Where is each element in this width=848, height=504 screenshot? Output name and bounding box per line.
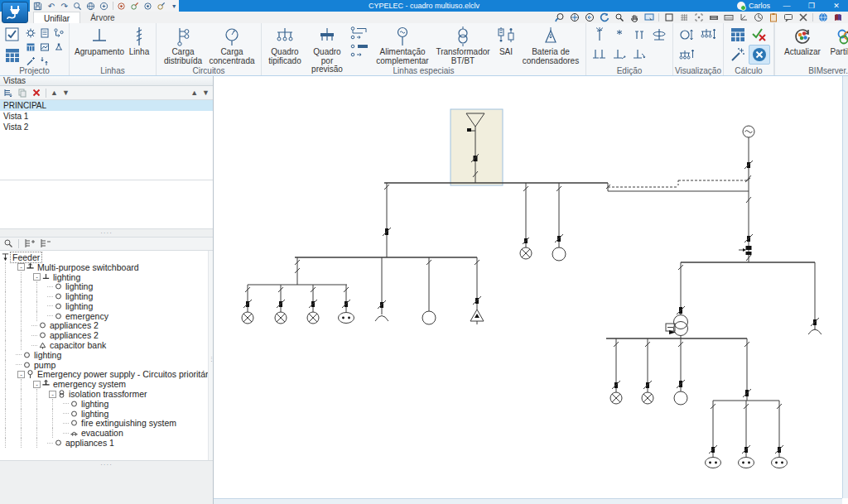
tab-unifilar[interactable]: Unifilar — [33, 12, 80, 23]
tree-item-label[interactable]: Emergency power supply - Circuitos prior… — [36, 369, 213, 379]
tree-item[interactable]: -emergency system — [0, 379, 213, 389]
redo-icon[interactable]: ↷ — [60, 1, 70, 11]
cancel-calculation-button[interactable] — [749, 45, 770, 65]
tree-search-icon[interactable] — [3, 238, 13, 250]
tree-item[interactable]: evacuation — [0, 428, 213, 438]
branch-lighting-sub[interactable] — [248, 257, 347, 285]
config-4-icon[interactable] — [156, 1, 166, 11]
canvas-vertical-scrollbar[interactable] — [842, 76, 848, 498]
tree-item-label[interactable]: lighting — [80, 399, 110, 409]
lighting-circuits[interactable] — [242, 285, 354, 324]
linha-button[interactable]: Linha — [126, 25, 152, 58]
tree-item[interactable]: Feeder — [0, 252, 213, 262]
auto-design-icon[interactable] — [727, 45, 749, 65]
print-icon[interactable] — [86, 1, 96, 11]
emergency-circuits[interactable] — [610, 338, 751, 405]
tree-scrollbar[interactable] — [208, 251, 213, 460]
pan-hand-icon[interactable] — [629, 12, 639, 22]
zoom-icon[interactable] — [73, 1, 83, 11]
scroll-down-icon[interactable]: ▼ — [202, 89, 210, 97]
tree-item[interactable]: lighting — [0, 291, 213, 301]
tree-item-label[interactable]: capacitor bank — [48, 340, 108, 350]
tree-item-label[interactable]: fire extinguishing system — [80, 418, 178, 428]
tree-item-label[interactable]: Multi-purpose switchboard — [36, 262, 141, 272]
qat-dropdown-icon[interactable]: ▼ — [169, 1, 179, 11]
tree-item-label[interactable]: appliances 2 — [48, 320, 100, 330]
magnifier-icon[interactable] — [614, 12, 624, 22]
sai-button[interactable]: SAI — [493, 25, 519, 58]
panel-splitter[interactable]: ···· — [0, 461, 213, 468]
socket-circuits[interactable] — [706, 401, 788, 468]
tree-item-label[interactable]: lighting — [64, 301, 94, 311]
web-icon[interactable] — [817, 12, 828, 22]
expand-node-icon[interactable] — [677, 25, 696, 45]
redraw-icon[interactable] — [599, 12, 610, 22]
tree-item[interactable]: lighting — [0, 350, 213, 360]
tree-expand-box[interactable]: - — [33, 273, 41, 281]
branch-lighting-group[interactable] — [295, 183, 477, 257]
tree-item[interactable]: emergency — [0, 311, 213, 321]
tools-icon[interactable] — [797, 12, 808, 22]
layers-icon[interactable] — [52, 41, 65, 54]
copy-line-icon[interactable] — [629, 25, 649, 45]
config-3-icon[interactable] — [142, 1, 152, 11]
general-options-icon[interactable] — [24, 26, 37, 40]
copy-circuit-icon[interactable] — [349, 26, 369, 41]
save-icon[interactable] — [33, 1, 43, 11]
app-button[interactable] — [2, 2, 28, 23]
comment-icon[interactable] — [783, 12, 793, 22]
tree-item[interactable]: appliances 1 — [0, 438, 213, 448]
tree-item[interactable]: capacitor bank — [0, 340, 213, 350]
maximize-button[interactable]: ❐ — [803, 2, 820, 10]
tree-item[interactable]: lighting — [0, 399, 213, 409]
tree-item[interactable]: appliances 2 — [0, 330, 213, 340]
undo-icon[interactable]: ↶ — [46, 1, 56, 11]
keyboard-icon[interactable] — [708, 12, 719, 22]
tree-item-label[interactable]: emergency system — [51, 379, 128, 389]
mainbus-circuits[interactable] — [520, 183, 566, 261]
collapse-tree-icon[interactable] — [677, 45, 696, 65]
tree-item[interactable]: lighting — [0, 409, 213, 419]
tree-item-label[interactable]: lighting — [51, 272, 82, 282]
angle-icon[interactable] — [753, 12, 764, 22]
user-account[interactable]: Carlos — [737, 2, 770, 10]
tree-item[interactable]: -lighting — [0, 272, 213, 282]
quadro-tipificado-button[interactable]: Quadro tipificado — [265, 25, 305, 66]
transformador-btbt-button[interactable]: Transformador BT/BT — [433, 25, 493, 66]
zoom-extents-icon[interactable] — [569, 12, 580, 22]
frame-icon[interactable] — [663, 12, 674, 22]
view-list-item[interactable]: PRINCIPAL — [0, 100, 213, 111]
edit-symbol-icon[interactable] — [610, 25, 629, 45]
tree-item-label[interactable]: lighting — [64, 291, 94, 301]
partilhar-button[interactable]: Partilhar — [826, 25, 848, 58]
move-view-down-icon[interactable]: ▼ — [62, 89, 70, 97]
help-book-icon[interactable] — [832, 12, 843, 22]
results-table-icon[interactable] — [24, 41, 37, 54]
alimentacao-complementar-button[interactable]: Alimentação complementar — [372, 25, 433, 66]
rotate-element-icon[interactable] — [629, 45, 649, 65]
copy-view-icon[interactable] — [17, 88, 27, 98]
delete-view-icon[interactable] — [31, 88, 41, 98]
move-group-icon[interactable] — [590, 45, 610, 65]
tree-item[interactable]: appliances 2 — [0, 321, 213, 331]
carga-distribuida-button[interactable]: Carga distribuída — [160, 25, 206, 66]
scroll-up-icon[interactable]: ▲ — [190, 89, 198, 97]
tree-item-label[interactable]: emergency — [64, 311, 110, 321]
tree-item-label[interactable]: Feeder — [11, 252, 41, 262]
tree-item[interactable]: lighting — [0, 281, 213, 291]
tree-item[interactable]: pump — [0, 360, 213, 370]
selected-feeder-box[interactable] — [450, 109, 503, 185]
tree-item[interactable]: -Emergency power supply - Circuitos prio… — [0, 370, 213, 380]
isolation-transformer[interactable] — [666, 262, 688, 338]
tree-item[interactable]: fire extinguishing system — [0, 419, 213, 429]
diagram-links-icon[interactable] — [52, 26, 65, 40]
bateria-condensadores-button[interactable]: Bateria de condensadores — [519, 25, 582, 66]
calculate-icon[interactable] — [727, 25, 749, 45]
tree-item-label[interactable]: appliances 2 — [48, 330, 100, 340]
tree-item[interactable]: -isolation trassformer — [0, 389, 213, 399]
tree-expand-all-icon[interactable] — [24, 238, 35, 250]
report-icon[interactable] — [38, 26, 51, 40]
appliances-circuits[interactable] — [375, 257, 484, 324]
zoom-previous-icon[interactable] — [584, 12, 595, 22]
panel-splitter[interactable]: ···· — [0, 229, 213, 237]
